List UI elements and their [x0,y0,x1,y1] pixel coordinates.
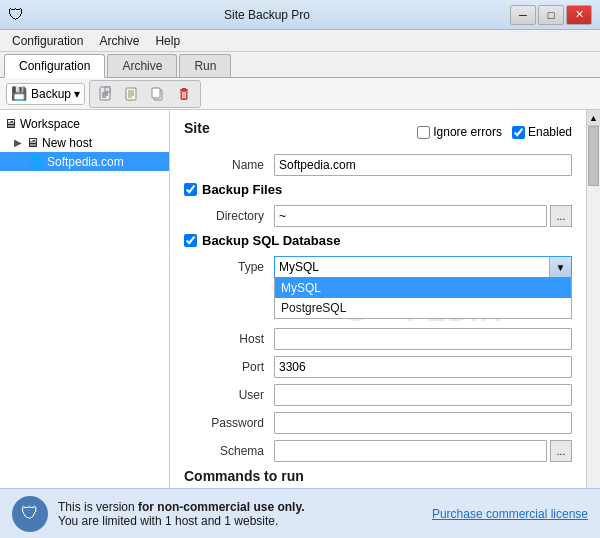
schema-label: Schema [184,444,274,458]
backup-dropdown[interactable]: 💾 Backup ▾ [6,83,85,105]
toolbar-btn-new[interactable] [94,83,118,105]
type-row: Type MySQL ▼ MySQL PostgreSQL [184,256,572,278]
menubar: Configuration Archive Help [0,30,600,52]
backup-sql-checkbox[interactable] [184,234,197,247]
sidebar-workspace[interactable]: 🖥 Workspace [0,114,169,133]
password-input[interactable] [274,412,572,434]
type-dropdown[interactable]: MySQL ▼ [274,256,572,278]
schema-browse-button[interactable]: ... [550,440,572,462]
name-row: Name [184,154,572,176]
backup-files-row: Backup Files [184,182,572,197]
directory-row: Directory ... [184,205,572,227]
host-input[interactable] [274,328,572,350]
titlebar: 🛡 Site Backup Pro ─ □ ✕ [0,0,600,30]
app-title: Site Backup Pro [24,8,510,22]
content-area: S PEDIA Site Ignore errors Enabled Name [170,110,586,508]
tabbar: Configuration Archive Run [0,52,600,78]
password-row: Password [184,412,572,434]
workspace-label: Workspace [20,117,80,131]
workspace-icon: 🖥 [4,116,17,131]
statusbar-left: 🛡 This is version for non-commercial use… [12,496,305,532]
dropdown-arrow-icon: ▼ [549,257,571,277]
statusbar-icon: 🛡 [12,496,48,532]
svg-rect-1 [105,87,110,92]
ignore-errors-label[interactable]: Ignore errors [417,125,502,139]
menu-help[interactable]: Help [147,32,188,50]
name-label: Name [184,158,274,172]
tab-configuration[interactable]: Configuration [4,54,105,78]
toolbar-btn-duplicate[interactable] [146,83,170,105]
purchase-license-link[interactable]: Purchase commercial license [432,507,588,521]
backup-dropdown-label: Backup ▾ [31,87,80,101]
statusbar: 🛡 This is version for non-commercial use… [0,488,600,538]
scrollbar[interactable]: ▲ ▼ [586,110,600,508]
svg-rect-13 [181,90,187,99]
user-input[interactable] [274,384,572,406]
app-icon: 🛡 [8,6,24,24]
statusbar-line2: You are limited with 1 host and 1 websit… [58,514,305,528]
password-label: Password [184,416,274,430]
scroll-up-button[interactable]: ▲ [587,110,600,126]
host-icon: 🖥 [26,135,39,150]
port-row: Port [184,356,572,378]
menu-configuration[interactable]: Configuration [4,32,91,50]
window-controls: ─ □ ✕ [510,5,592,25]
tab-run[interactable]: Run [179,54,231,77]
toolbar-actions [89,80,201,108]
user-label: User [184,388,274,402]
site-options: Ignore errors Enabled [417,125,572,139]
directory-input[interactable] [274,205,547,227]
directory-browse-button[interactable]: ... [550,205,572,227]
svg-rect-11 [152,88,160,98]
type-label: Type [184,260,274,274]
backup-files-checkbox[interactable] [184,183,197,196]
titlebar-left: 🛡 [8,6,24,24]
statusbar-message: This is version for non-commercial use o… [58,500,305,528]
dropdown-option-postgresql[interactable]: PostgreSQL [275,298,571,318]
sidebar: 🖥 Workspace ▶ 🖥 New host 🌐 Softpedia.com [0,110,170,508]
site-section-header: Site Ignore errors Enabled [184,120,572,144]
name-input[interactable] [274,154,572,176]
toolbar: 💾 Backup ▾ [0,78,600,110]
directory-label: Directory [184,209,274,223]
sidebar-new-host[interactable]: ▶ 🖥 New host [0,133,169,152]
close-button[interactable]: ✕ [566,5,592,25]
type-dropdown-list: MySQL PostgreSQL [274,278,572,319]
ignore-errors-checkbox[interactable] [417,126,430,139]
commands-title: Commands to run [184,468,304,484]
expand-icon: ▶ [14,137,26,148]
user-row: User [184,384,572,406]
maximize-button[interactable]: □ [538,5,564,25]
menu-archive[interactable]: Archive [91,32,147,50]
site-icon: 🌐 [28,154,44,169]
svg-rect-16 [182,88,186,90]
backup-files-label: Backup Files [202,182,282,197]
minimize-button[interactable]: ─ [510,5,536,25]
port-input[interactable] [274,356,572,378]
tab-archive[interactable]: Archive [107,54,177,77]
type-value: MySQL [275,260,549,274]
port-label: Port [184,360,274,374]
scroll-thumb[interactable] [588,126,599,186]
new-host-label: New host [42,136,92,150]
type-select-container: MySQL ▼ MySQL PostgreSQL [274,256,572,278]
host-row: Host [184,328,572,350]
site-label: Softpedia.com [47,155,124,169]
scroll-track [587,126,600,492]
enabled-label[interactable]: Enabled [512,125,572,139]
statusbar-line1: This is version for non-commercial use o… [58,500,305,514]
dropdown-option-mysql[interactable]: MySQL [275,278,571,298]
toolbar-btn-delete[interactable] [172,83,196,105]
host-label: Host [184,332,274,346]
sidebar-site[interactable]: 🌐 Softpedia.com [0,152,169,171]
site-title: Site [184,120,210,136]
main-layout: 🖥 Workspace ▶ 🖥 New host 🌐 Softpedia.com… [0,110,600,508]
statusbar-bold: for non-commercial use only. [138,500,304,514]
enabled-checkbox[interactable] [512,126,525,139]
svg-rect-5 [126,88,136,100]
schema-row: Schema ... [184,440,572,462]
backup-sql-row: Backup SQL Database [184,233,572,248]
backup-sql-label: Backup SQL Database [202,233,340,248]
schema-input[interactable] [274,440,547,462]
toolbar-btn-edit[interactable] [120,83,144,105]
